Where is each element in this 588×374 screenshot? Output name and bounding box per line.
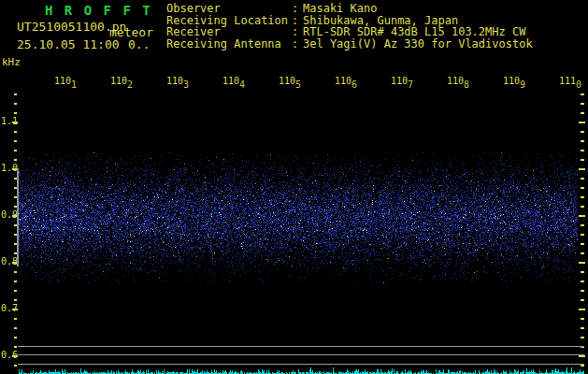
x-tick-label-main: 110 bbox=[222, 76, 239, 86]
x-tick-label: 1101 bbox=[54, 76, 77, 86]
y-axis-tick-left bbox=[12, 122, 18, 123]
y-axis-tick-right bbox=[581, 280, 584, 282]
x-tick-label-drop-digit: 6 bbox=[351, 79, 357, 90]
x-tick-label-main: 110 bbox=[335, 76, 351, 86]
x-tick-label-drop-digit: 7 bbox=[408, 79, 413, 90]
reference-line-middle bbox=[18, 354, 584, 355]
y-axis-tick-right bbox=[581, 187, 584, 189]
info-separator: : bbox=[292, 3, 303, 15]
y-axis-tick-right bbox=[581, 140, 584, 142]
info-label: Observer bbox=[166, 3, 292, 15]
info-label: Receiver bbox=[166, 26, 292, 38]
x-tick-label: 1107 bbox=[391, 76, 413, 86]
x-tick-label-drop-digit: 1 bbox=[71, 79, 77, 90]
y-axis-tick-right bbox=[581, 196, 584, 198]
info-separator: : bbox=[292, 26, 303, 38]
x-tick-label: 1110 bbox=[559, 76, 581, 86]
y-axis-tick-left bbox=[14, 280, 17, 282]
y-axis-tick-right bbox=[581, 234, 584, 236]
x-tick-label-drop-digit: 9 bbox=[520, 79, 525, 90]
counter-label: 0.. bbox=[128, 37, 150, 51]
y-axis-tick-left bbox=[14, 103, 17, 105]
x-tick-label-main: 110 bbox=[503, 76, 520, 86]
x-tick-label-drop-digit: 0 bbox=[576, 79, 581, 90]
y-axis-tick-right bbox=[579, 122, 585, 123]
x-tick-label-main: 110 bbox=[279, 76, 295, 86]
x-tick-label-drop-digit: 8 bbox=[464, 79, 469, 90]
y-axis-tick-right bbox=[581, 271, 584, 273]
y-axis-tick-left bbox=[12, 355, 18, 357]
x-tick-label-main: 111 bbox=[559, 76, 576, 86]
y-axis-tick-left bbox=[14, 299, 17, 301]
x-tick-label-drop-digit: 4 bbox=[239, 79, 245, 90]
y-axis-tick-right bbox=[581, 159, 584, 161]
y-axis-tick-left bbox=[14, 112, 17, 114]
y-axis-tick-right bbox=[579, 262, 585, 264]
y-axis-tick-left bbox=[14, 159, 17, 161]
x-tick-label: 1105 bbox=[279, 76, 301, 86]
y-axis-tick-left bbox=[14, 290, 17, 292]
y-axis-tick-right bbox=[581, 103, 584, 105]
info-value: 3el Yagi(V) Az 330 for Vladivostok bbox=[303, 37, 533, 50]
y-axis-tick-right bbox=[581, 337, 584, 338]
hrofft-screen: H R O F F T UT2510051100.pn meteor 25.10… bbox=[0, 0, 588, 374]
y-axis-tick-right bbox=[581, 94, 584, 95]
spectrogram-noise bbox=[19, 152, 578, 283]
x-tick-label: 1106 bbox=[335, 76, 357, 86]
y-axis-tick-right bbox=[579, 309, 585, 310]
y-axis-tick-right bbox=[581, 150, 584, 151]
y-axis-tick-left bbox=[14, 327, 17, 329]
y-axis-tick-left bbox=[14, 140, 17, 142]
y-axis-tick-right bbox=[581, 131, 584, 133]
reference-line-upper bbox=[18, 346, 584, 347]
x-tick-label: 1109 bbox=[503, 76, 525, 86]
x-tick-label-main: 110 bbox=[447, 76, 464, 86]
y-axis-tick-right bbox=[581, 299, 584, 301]
y-axis-tick-left bbox=[14, 150, 17, 151]
y-axis-tick-right bbox=[581, 290, 584, 292]
x-tick-label: 1102 bbox=[110, 76, 133, 86]
y-axis-tick-right bbox=[579, 215, 585, 217]
x-tick-label-drop-digit: 5 bbox=[295, 79, 301, 90]
y-axis-unit-label: kHz bbox=[2, 56, 21, 68]
y-axis-tick-right bbox=[581, 206, 584, 208]
info-row: Receiving Antenna:3el Yagi(V) Az 330 for… bbox=[166, 38, 533, 50]
y-axis-tick-left bbox=[14, 131, 17, 133]
y-axis-tick-left bbox=[14, 271, 17, 273]
receiver-info: Observer:Masaki KanoReceiving Location:S… bbox=[166, 3, 533, 50]
x-tick-label-main: 110 bbox=[391, 76, 408, 86]
y-axis-tick-left bbox=[14, 337, 17, 338]
y-axis-tick-left bbox=[12, 309, 18, 310]
y-axis-tick-left bbox=[14, 94, 17, 95]
y-axis-tick-right bbox=[579, 355, 585, 357]
x-tick-label: 1104 bbox=[222, 76, 245, 86]
app-title: H R O F F T bbox=[45, 3, 152, 18]
y-axis-tick-right bbox=[579, 168, 585, 170]
x-tick-label: 1103 bbox=[166, 76, 189, 86]
signal-level-meter bbox=[19, 365, 584, 374]
y-axis-tick-left bbox=[14, 346, 17, 348]
y-axis-tick-left bbox=[14, 318, 17, 320]
x-tick-label-drop-digit: 3 bbox=[183, 79, 189, 90]
datetime-label: 25.10.05 11:00 bbox=[17, 37, 120, 51]
y-axis-tick-right bbox=[581, 224, 584, 226]
x-tick-label: 1108 bbox=[447, 76, 469, 86]
y-axis-tick-right bbox=[581, 318, 584, 320]
y-axis-tick-right bbox=[581, 243, 584, 245]
y-axis-tick-left bbox=[14, 365, 17, 367]
x-tick-label-main: 110 bbox=[54, 76, 71, 86]
y-axis-tick-right bbox=[581, 327, 584, 329]
y-axis-tick-right bbox=[581, 252, 584, 254]
y-axis-tick-right bbox=[581, 112, 584, 114]
x-tick-label-main: 110 bbox=[110, 76, 127, 86]
y-axis-tick-right bbox=[581, 178, 584, 180]
x-tick-label-main: 110 bbox=[166, 76, 183, 86]
x-tick-label-drop-digit: 2 bbox=[127, 79, 133, 90]
info-label: Receiving Antenna bbox=[166, 38, 292, 50]
info-separator: : bbox=[292, 38, 303, 50]
